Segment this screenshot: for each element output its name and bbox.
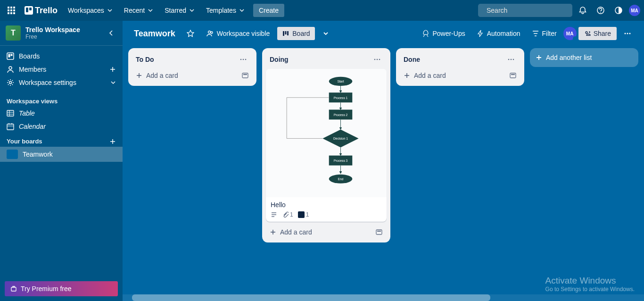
chevron-down-icon (322, 30, 329, 37)
list-menu-button[interactable] (238, 54, 249, 65)
svg-rect-4 (10, 9, 12, 11)
workspace-name: Trello Workspace (25, 26, 101, 33)
board-menu-button[interactable] (619, 26, 636, 41)
add-card-label: Add a card (414, 72, 446, 79)
board-view-button[interactable]: Board (277, 27, 314, 40)
nav-starred[interactable]: Starred (160, 4, 199, 17)
sidebar-boards-label: Boards (19, 52, 40, 60)
svg-point-40 (240, 59, 242, 60)
svg-rect-6 (8, 12, 9, 14)
apps-menu-button[interactable] (4, 3, 19, 18)
trello-logo[interactable]: Trello (21, 6, 61, 16)
card-hello[interactable]: Start Process 1 Process 2 (266, 69, 387, 222)
nav-workspaces[interactable]: Workspaces (63, 4, 117, 17)
svg-rect-73 (510, 73, 516, 78)
add-list-label: Add another list (546, 54, 592, 61)
nav-templates[interactable]: Templates (201, 4, 249, 17)
template-button[interactable] (375, 228, 383, 236)
svg-point-37 (625, 33, 626, 34)
svg-point-42 (245, 59, 247, 60)
sidebar-collapse-button[interactable] (106, 27, 117, 39)
svg-rect-8 (13, 12, 15, 14)
svg-text:Process 1: Process 1 (334, 96, 348, 100)
try-premium-button[interactable]: Try Premium free (5, 281, 118, 296)
powerups-button[interactable]: Power-Ups (417, 27, 470, 40)
list-menu-button[interactable] (505, 54, 517, 65)
scrollbar-thumb[interactable] (132, 294, 490, 301)
more-icon (507, 56, 515, 63)
list-title[interactable]: Doing (270, 56, 372, 63)
template-icon (509, 72, 517, 79)
board-tile-icon (7, 150, 18, 159)
cover-badge: 1 (298, 211, 309, 218)
list-title[interactable]: To Do (136, 56, 238, 63)
board-title[interactable]: Teamwork (130, 29, 179, 39)
svg-rect-11 (29, 8, 32, 10)
theme-icon (614, 6, 623, 15)
sidebar-board-teamwork[interactable]: Teamwork (0, 147, 123, 162)
add-card-button[interactable]: Add a card (266, 226, 387, 239)
more-icon (239, 56, 247, 63)
more-icon (623, 29, 632, 38)
plus-icon (109, 138, 116, 145)
card-title: Hello (271, 201, 382, 209)
search-box[interactable] (478, 4, 572, 17)
svg-rect-43 (242, 73, 248, 78)
people-icon (206, 30, 214, 37)
board-member-avatar[interactable]: MA (563, 27, 577, 40)
sidebar-view-table[interactable]: Table (0, 107, 123, 120)
automation-button[interactable]: Automation (472, 27, 525, 40)
share-icon (584, 30, 591, 37)
svg-rect-34 (285, 31, 287, 34)
attachment-icon (282, 211, 289, 218)
sidebar-item-members[interactable]: Members (0, 63, 123, 76)
horizontal-scrollbar[interactable] (123, 294, 644, 301)
list-doing: Doing Start (262, 48, 390, 242)
theme-button[interactable] (611, 3, 626, 18)
sidebar-view-calendar[interactable]: Calendar (0, 120, 123, 133)
list-todo: To Do Add a card (128, 48, 256, 86)
visibility-button[interactable]: Workspace visible (202, 27, 275, 40)
help-button[interactable] (593, 3, 608, 18)
notifications-button[interactable] (575, 3, 590, 18)
svg-point-31 (208, 31, 210, 33)
sidebar-members-label: Members (19, 66, 46, 73)
sidebar-settings-label: Workspace settings (19, 79, 76, 86)
nav-recent[interactable]: Recent (119, 4, 158, 17)
svg-rect-74 (511, 74, 515, 75)
list-title[interactable]: Done (404, 56, 505, 63)
filter-icon (532, 30, 539, 37)
settings-expand[interactable] (110, 80, 116, 85)
logo-text: Trello (35, 6, 58, 16)
share-button[interactable]: Share (578, 27, 617, 40)
svg-point-36 (586, 32, 587, 33)
template-button[interactable] (241, 72, 249, 79)
filter-button[interactable]: Filter (527, 27, 561, 40)
avatar-initials: MA (631, 8, 638, 13)
board-view-icon (282, 30, 289, 37)
template-icon (241, 72, 249, 79)
template-button[interactable] (509, 72, 517, 79)
card-cover: Start Process 1 Process 2 (266, 69, 387, 197)
add-card-button[interactable]: Add a card (400, 69, 520, 82)
svg-text:Decision 1: Decision 1 (333, 137, 348, 140)
plus-icon (270, 229, 276, 235)
svg-rect-19 (11, 54, 13, 56)
add-member-button[interactable] (109, 66, 116, 73)
create-button[interactable]: Create (253, 4, 284, 17)
add-board-button[interactable] (109, 138, 116, 145)
star-board-button[interactable] (182, 27, 199, 40)
svg-rect-2 (13, 7, 15, 8)
sidebar-item-boards[interactable]: Boards (0, 50, 123, 63)
svg-text:Start: Start (337, 80, 344, 83)
add-card-button[interactable]: Add a card (132, 69, 253, 82)
svg-rect-44 (243, 74, 247, 75)
svg-point-70 (508, 59, 510, 60)
sidebar-item-settings[interactable]: Workspace settings (0, 76, 123, 89)
view-switcher-button[interactable] (318, 27, 334, 40)
rocket-icon (422, 30, 429, 37)
search-input[interactable] (487, 7, 569, 14)
add-list-button[interactable]: Add another list (530, 48, 638, 67)
user-avatar[interactable]: MA (629, 5, 640, 16)
list-menu-button[interactable] (372, 54, 383, 65)
